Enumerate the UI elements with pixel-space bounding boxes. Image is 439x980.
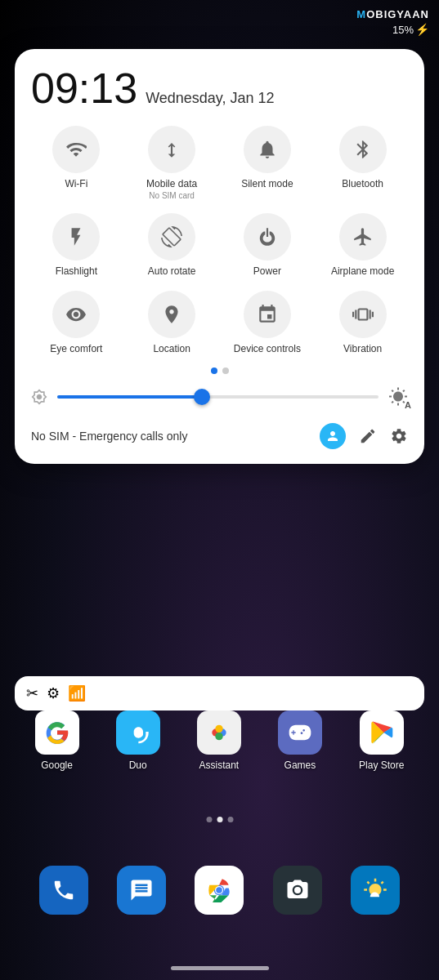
- power-icon-circle[interactable]: [244, 213, 291, 261]
- toggle-device-controls[interactable]: Device controls: [222, 291, 313, 354]
- home-bar[interactable]: [171, 966, 269, 970]
- user-avatar[interactable]: [320, 423, 346, 449]
- flashlight-icon-circle[interactable]: [52, 213, 100, 261]
- flashlight-label: Flashlight: [56, 265, 97, 277]
- games-app-label: Games: [284, 760, 316, 771]
- dock-phone[interactable]: [39, 866, 88, 915]
- eye-comfort-label: Eye comfort: [50, 343, 102, 354]
- vibration-icon-circle[interactable]: [339, 291, 387, 338]
- wifi-icon-circle[interactable]: [52, 126, 100, 173]
- brightness-slider[interactable]: [57, 395, 379, 399]
- app-bar: ✂ ⚙ 📶: [15, 676, 424, 710]
- bluetooth-icon-circle[interactable]: [339, 126, 387, 173]
- toggle-bluetooth[interactable]: Bluetooth: [317, 126, 408, 200]
- toggle-silent[interactable]: Silent mode: [222, 126, 313, 200]
- airplane-icon-circle[interactable]: [339, 213, 387, 261]
- duo-icon-box[interactable]: [116, 710, 160, 755]
- brightness-thumb[interactable]: [194, 389, 210, 405]
- settings-small-icon[interactable]: ⚙: [47, 684, 60, 702]
- app-google[interactable]: Google: [35, 710, 79, 771]
- scissors-icon[interactable]: ✂: [26, 684, 38, 702]
- signal-icon[interactable]: 📶: [68, 684, 86, 702]
- quick-settings-panel: 09:13 Wednesday, Jan 12 Wi-Fi Mobile dat…: [15, 49, 424, 464]
- silent-label: Silent mode: [241, 178, 293, 189]
- app-playstore[interactable]: Play Store: [359, 710, 404, 771]
- svg-point-2: [215, 725, 222, 733]
- brightness-low-icon: [31, 389, 47, 405]
- dock-row: [0, 866, 439, 915]
- toggle-location[interactable]: Location: [127, 291, 217, 354]
- eye-comfort-icon-circle[interactable]: [52, 291, 100, 338]
- bluetooth-label: Bluetooth: [342, 178, 383, 189]
- dock-camera[interactable]: [273, 866, 322, 915]
- svg-point-6: [217, 887, 223, 893]
- apps-row: Google Duo Assistant Games: [0, 710, 439, 771]
- bottom-bar: No SIM - Emergency calls only: [31, 418, 408, 449]
- charging-icon: ⚡: [415, 23, 429, 36]
- page-dot-2: [222, 368, 229, 374]
- edit-icon[interactable]: [359, 427, 377, 445]
- duo-app-label: Duo: [129, 760, 147, 771]
- svg-point-7: [294, 887, 301, 893]
- dock-weather[interactable]: [351, 866, 400, 915]
- svg-point-3: [215, 733, 222, 740]
- toggle-eye-comfort[interactable]: Eye comfort: [31, 291, 122, 354]
- dock-chrome[interactable]: [195, 866, 244, 915]
- vibration-label: Vibration: [343, 343, 382, 354]
- toggle-airplane[interactable]: Airplane mode: [317, 213, 408, 277]
- toggle-mobile-data[interactable]: Mobile data No SIM card: [127, 126, 217, 200]
- settings-icon[interactable]: [390, 427, 408, 445]
- time-row: 09:13 Wednesday, Jan 12: [31, 67, 408, 109]
- page-dots: [31, 368, 408, 374]
- device-controls-icon-circle[interactable]: [244, 291, 291, 338]
- toggle-wifi[interactable]: Wi-Fi: [31, 126, 122, 200]
- toggle-vibration[interactable]: Vibration: [317, 291, 408, 354]
- auto-rotate-icon-circle[interactable]: [148, 213, 195, 261]
- toggle-flashlight[interactable]: Flashlight: [31, 213, 122, 277]
- app-games[interactable]: Games: [278, 710, 322, 771]
- device-controls-label: Device controls: [234, 343, 301, 354]
- home-dot-1: [206, 817, 212, 822]
- google-icon-box[interactable]: [35, 710, 79, 755]
- home-dot-2: [217, 817, 222, 822]
- airplane-label: Airplane mode: [331, 265, 394, 277]
- toggle-grid-row1: Wi-Fi Mobile data No SIM card Silent mod…: [31, 126, 408, 200]
- watermark: MOBIGYAAN: [356, 8, 429, 20]
- assistant-app-label: Assistant: [199, 760, 239, 771]
- google-app-label: Google: [41, 760, 73, 771]
- auto-rotate-label: Auto rotate: [148, 265, 196, 277]
- mobile-data-label: Mobile data: [146, 178, 197, 189]
- playstore-app-label: Play Store: [359, 760, 404, 771]
- sim-status-text: No SIM - Emergency calls only: [31, 430, 320, 443]
- mobile-data-icon-circle[interactable]: [148, 126, 195, 173]
- power-label: Power: [253, 265, 281, 277]
- mobile-data-sublabel: No SIM card: [149, 191, 195, 200]
- games-icon-box[interactable]: [278, 710, 322, 755]
- toggle-grid-row2: Flashlight Auto rotate Power: [31, 213, 408, 277]
- page-dot-1: [211, 368, 217, 374]
- location-icon-circle[interactable]: [148, 291, 195, 338]
- silent-icon-circle[interactable]: [244, 126, 291, 173]
- home-dot-3: [227, 817, 233, 822]
- toggle-auto-rotate[interactable]: Auto rotate: [127, 213, 217, 277]
- battery-percentage: 15%: [392, 24, 414, 36]
- assistant-icon-box[interactable]: [197, 710, 241, 755]
- brightness-row: A: [31, 387, 408, 407]
- bottom-icons: [320, 423, 408, 449]
- toggle-power[interactable]: Power: [222, 213, 313, 277]
- wifi-label: Wi-Fi: [65, 178, 87, 189]
- brightness-fill: [57, 395, 202, 399]
- app-assistant[interactable]: Assistant: [197, 710, 241, 771]
- dock-messages[interactable]: [117, 866, 166, 915]
- toggle-grid-row3: Eye comfort Location Device controls: [31, 291, 408, 354]
- location-label: Location: [153, 343, 190, 354]
- clock-date: Wednesday, Jan 12: [146, 90, 274, 107]
- app-duo[interactable]: Duo: [116, 710, 160, 771]
- home-screen-dots: [206, 817, 233, 822]
- clock-time: 09:13: [31, 67, 137, 109]
- status-bar: 15% ⚡: [392, 23, 429, 36]
- playstore-icon-box[interactable]: [360, 710, 404, 755]
- brightness-high-icon: A: [388, 387, 408, 407]
